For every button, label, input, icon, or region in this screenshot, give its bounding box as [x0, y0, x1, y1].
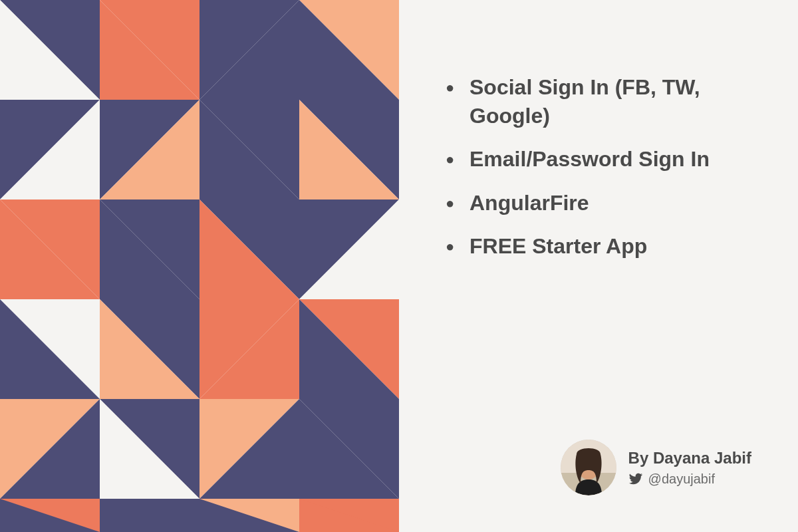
avatar-svg [561, 440, 616, 495]
author-handle: @dayujabif [648, 471, 715, 487]
author-text: By Dayana Jabif @dayujabif [628, 449, 751, 487]
list-item: AngularFire [446, 189, 758, 217]
svg-marker-43 [100, 499, 200, 532]
triangle-pattern-svg [0, 0, 399, 532]
author-block: By Dayana Jabif @dayujabif [561, 440, 751, 495]
twitter-icon [628, 471, 643, 486]
avatar [561, 440, 616, 495]
author-byline: By Dayana Jabif [628, 449, 751, 467]
decorative-triangle-pattern [0, 0, 399, 532]
list-item: Social Sign In (FB, TW, Google) [446, 73, 758, 130]
list-item: FREE Starter App [446, 232, 758, 261]
list-item: Email/Password Sign In [446, 145, 758, 174]
content-panel: Social Sign In (FB, TW, Google) Email/Pa… [399, 0, 798, 532]
author-handle-row: @dayujabif [628, 471, 751, 487]
feature-list: Social Sign In (FB, TW, Google) Email/Pa… [446, 73, 758, 275]
